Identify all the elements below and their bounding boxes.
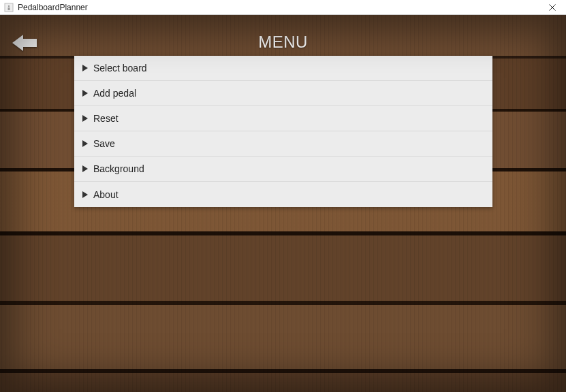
svg-marker-9 — [82, 140, 88, 147]
window-close-button[interactable] — [539, 0, 566, 15]
app-client-area: MENU Select board Add pedal Reset Save — [0, 15, 566, 392]
svg-rect-2 — [8, 7, 10, 10]
window-titlebar: PedalboardPlanner — [0, 0, 566, 15]
chevron-right-icon — [81, 140, 89, 148]
svg-marker-8 — [82, 115, 88, 122]
menu-item-background[interactable]: Background — [74, 157, 492, 182]
svg-marker-7 — [82, 90, 88, 97]
menu-item-select-board[interactable]: Select board — [74, 56, 492, 81]
menu-item-label: Add pedal — [93, 88, 136, 99]
menu-item-label: Reset — [93, 113, 119, 124]
chevron-right-icon — [81, 64, 89, 72]
window-title: PedalboardPlanner — [18, 3, 88, 12]
menu-item-about[interactable]: About — [74, 182, 492, 207]
svg-point-1 — [8, 5, 10, 6]
menu-item-label: About — [93, 189, 119, 200]
chevron-right-icon — [81, 165, 89, 173]
close-icon — [549, 4, 556, 11]
menu-panel: Select board Add pedal Reset Save Backgr… — [74, 56, 492, 207]
menu-item-add-pedal[interactable]: Add pedal — [74, 81, 492, 106]
menu-item-label: Save — [93, 138, 115, 149]
chevron-right-icon — [81, 114, 89, 122]
page-title: MENU — [0, 33, 566, 52]
svg-marker-6 — [82, 65, 88, 71]
menu-item-label: Select board — [93, 63, 147, 74]
app-icon — [4, 3, 14, 12]
svg-marker-10 — [82, 165, 88, 172]
menu-item-save[interactable]: Save — [74, 131, 492, 157]
menu-item-label: Background — [93, 163, 144, 174]
chevron-right-icon — [81, 89, 89, 97]
svg-marker-11 — [82, 191, 88, 198]
menu-item-reset[interactable]: Reset — [74, 106, 492, 131]
chevron-right-icon — [81, 191, 89, 199]
